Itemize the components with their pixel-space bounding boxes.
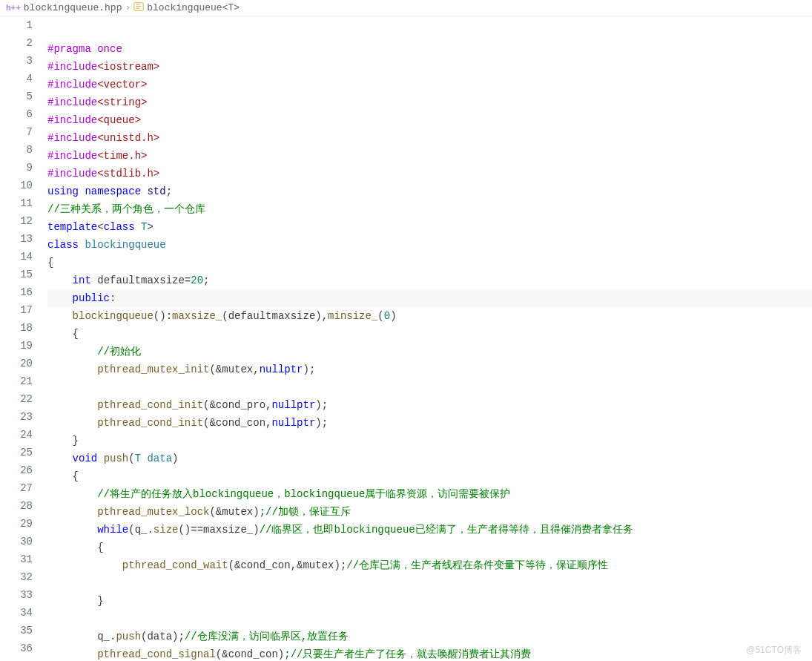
line-number: 7 — [0, 123, 33, 141]
code-content[interactable]: #pragma once#include<iostream>#include<v… — [47, 16, 812, 661]
line-number: 27 — [0, 479, 33, 497]
token-plain: { — [47, 257, 53, 269]
code-line[interactable]: class blockingqueue — [47, 236, 812, 254]
token-class: blockingqueue — [85, 239, 165, 251]
token-plain — [47, 399, 97, 411]
token-plain — [91, 43, 97, 55]
token-plain — [47, 364, 97, 375]
token-directive: #include — [47, 96, 97, 108]
line-number: 17 — [0, 301, 33, 319]
line-number: 29 — [0, 515, 33, 533]
token-plain: defaultmaxsize= — [91, 274, 191, 286]
code-line[interactable]: { — [47, 467, 812, 485]
token-keyword: while — [97, 524, 128, 536]
breadcrumb-file[interactable]: blockingqueue.hpp — [24, 2, 122, 13]
code-line[interactable] — [47, 574, 812, 592]
line-number: 21 — [0, 372, 33, 390]
token-plain: ; — [203, 274, 209, 286]
code-line[interactable]: public: — [47, 289, 812, 307]
token-plain: ; — [166, 185, 172, 197]
line-number: 35 — [0, 622, 33, 639]
token-func: blockingqueue — [73, 310, 154, 322]
token-plain — [135, 221, 141, 233]
token-string: <queue> — [97, 114, 141, 126]
code-line[interactable]: pthread_cond_init(&cond_pro,nullptr); — [47, 396, 812, 414]
code-line[interactable]: pthread_cond_wait(&cond_con,&mutex);//仓库… — [47, 556, 812, 574]
code-line[interactable]: { — [47, 254, 812, 272]
line-number: 25 — [0, 444, 33, 461]
token-comment: //初始化 — [97, 346, 141, 358]
token-plain: { — [47, 328, 79, 340]
code-line[interactable]: using namespace std; — [47, 182, 812, 200]
code-line[interactable]: //初始化 — [47, 343, 812, 361]
token-keyword: nullptr — [260, 364, 303, 375]
line-number: 16 — [0, 283, 33, 301]
code-line[interactable]: blockingqueue():maxsize_(defaultmaxsize)… — [47, 307, 812, 325]
token-plain: ()==maxsize_) — [178, 524, 259, 536]
token-keyword: class — [104, 221, 135, 233]
line-number: 15 — [0, 266, 33, 283]
token-plain: } — [47, 435, 79, 447]
code-line[interactable]: void push(T data) — [47, 450, 812, 467]
token-string: <time.h> — [97, 150, 147, 162]
token-plain — [47, 488, 97, 500]
token-plain: ( — [128, 453, 134, 464]
token-plain: (data); — [141, 631, 185, 642]
code-line[interactable]: pthread_cond_init(&cond_con,nullptr); — [47, 414, 812, 432]
code-line[interactable]: #include<vector> — [47, 76, 812, 93]
token-plain — [47, 346, 97, 358]
breadcrumb[interactable]: h++ blockingqueue.hpp › blockingqueue<T> — [0, 0, 812, 16]
code-line[interactable]: #include<unistd.h> — [47, 129, 812, 147]
symbol-class-icon — [133, 1, 144, 15]
token-func: push — [104, 453, 129, 464]
code-line[interactable]: #include<stdlib.h> — [47, 165, 812, 182]
code-line[interactable]: } — [47, 592, 812, 610]
token-type: T — [135, 453, 141, 464]
line-number: 19 — [0, 337, 33, 355]
token-func: pthread_mutex_lock — [97, 506, 209, 518]
line-number: 30 — [0, 533, 33, 550]
code-line[interactable]: #include<time.h> — [47, 147, 812, 165]
code-line[interactable]: } — [47, 432, 812, 450]
code-line[interactable]: template<class T> — [47, 218, 812, 236]
code-line[interactable]: #include<string> — [47, 93, 812, 111]
token-string: <vector> — [97, 79, 147, 91]
token-plain — [47, 453, 73, 464]
code-line[interactable]: { — [47, 539, 812, 556]
token-plain — [97, 453, 103, 464]
code-line[interactable]: while(q_.size()==maxsize_)//临界区，也即blocki… — [47, 521, 812, 539]
code-editor[interactable]: 1234567891011121314151617181920212223242… — [0, 16, 812, 661]
token-keyword: nullptr — [271, 399, 315, 411]
token-keyword: template — [47, 221, 97, 233]
code-line[interactable]: pthread_mutex_init(&mutex,nullptr); — [47, 361, 812, 378]
code-line[interactable]: #include<queue> — [47, 111, 812, 129]
token-plain: ( — [377, 310, 383, 322]
token-plain: < — [97, 221, 103, 233]
token-param: data — [147, 453, 172, 464]
code-line[interactable]: { — [47, 325, 812, 343]
token-func: minsize_ — [328, 310, 377, 322]
line-number: 26 — [0, 461, 33, 479]
line-number: 5 — [0, 88, 33, 105]
token-plain: (&cond_con,&mutex); — [228, 559, 347, 571]
token-directive: #include — [47, 150, 97, 162]
code-line[interactable] — [47, 378, 812, 396]
code-line[interactable]: int defaultmaxsize=20; — [47, 272, 812, 289]
token-plain: : — [110, 292, 116, 304]
token-comment: //仓库已满，生产者线程在条件变量下等待，保证顺序性 — [346, 559, 608, 571]
breadcrumb-symbol[interactable]: blockingqueue<T> — [147, 2, 240, 13]
token-plain: (&mutex, — [209, 364, 259, 375]
code-line[interactable] — [47, 610, 812, 628]
token-plain: (q_. — [128, 524, 154, 536]
code-line[interactable]: //三种关系，两个角色，一个仓库 — [47, 200, 812, 218]
line-number: 36 — [0, 639, 33, 657]
code-line[interactable]: #pragma once — [47, 40, 812, 58]
line-number: 34 — [0, 604, 33, 622]
token-directive: #include — [47, 79, 97, 91]
code-line[interactable]: q_.push(data);//仓库没满，访问临界区,放置任务 — [47, 628, 812, 645]
code-line[interactable]: //将生产的任务放入blockingqueue，blockingqueue属于临… — [47, 485, 812, 503]
line-number: 10 — [0, 177, 33, 194]
code-line[interactable]: #include<iostream> — [47, 58, 812, 76]
code-line[interactable]: pthread_cond_signal(&cond_con);//只要生产者生产… — [47, 645, 812, 661]
code-line[interactable]: pthread_mutex_lock(&mutex);//加锁，保证互斥 — [47, 503, 812, 521]
